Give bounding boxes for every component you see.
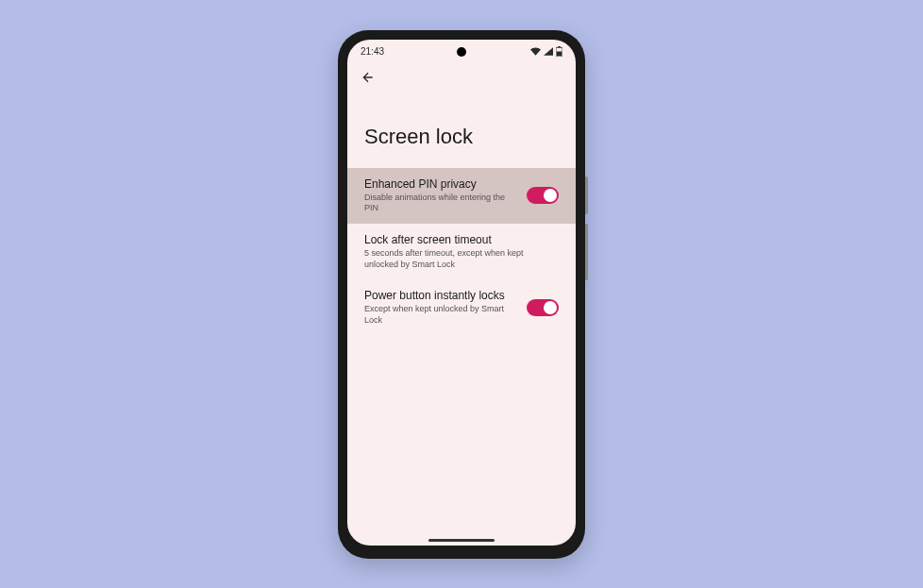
setting-text: Power button instantly locks Except when… [364, 289, 527, 326]
status-icons [530, 46, 562, 57]
navigation-handle[interactable] [428, 539, 495, 542]
setting-text: Enhanced PIN privacy Disable animations … [364, 177, 527, 214]
setting-lock-after-timeout[interactable]: Lock after screen timeout 5 seconds afte… [347, 224, 576, 279]
back-arrow-icon [361, 70, 376, 85]
phone-frame: 21:43 Screen lock [338, 30, 585, 559]
setting-title: Lock after screen timeout [364, 233, 549, 246]
setting-power-button-locks[interactable]: Power button instantly locks Except when… [347, 279, 576, 335]
phone-side-button [585, 176, 588, 214]
svg-rect-2 [557, 52, 562, 57]
toggle-enhanced-pin-privacy[interactable] [527, 187, 559, 204]
page-title: Screen lock [347, 96, 576, 168]
battery-icon [556, 46, 562, 57]
front-camera [457, 47, 466, 57]
toggle-power-button-locks[interactable] [527, 299, 559, 316]
phone-screen: 21:43 Screen lock [347, 40, 576, 546]
back-button[interactable] [347, 62, 576, 96]
setting-text: Lock after screen timeout 5 seconds afte… [364, 233, 559, 270]
wifi-icon [530, 47, 541, 56]
setting-subtitle: 5 seconds after timeout, except when kep… [364, 248, 549, 270]
setting-subtitle: Except when kept unlocked by Smart Lock [364, 304, 517, 326]
setting-enhanced-pin-privacy[interactable]: Enhanced PIN privacy Disable animations … [347, 168, 576, 224]
status-time: 21:43 [361, 46, 384, 57]
toggle-thumb [544, 301, 557, 314]
phone-side-button-2 [585, 224, 588, 280]
setting-title: Power button instantly locks [364, 289, 517, 302]
setting-subtitle: Disable animations while entering the PI… [364, 193, 517, 214]
setting-title: Enhanced PIN privacy [364, 177, 517, 191]
signal-icon [544, 47, 553, 56]
toggle-thumb [544, 189, 557, 202]
settings-list: Enhanced PIN privacy Disable animations … [347, 168, 576, 336]
